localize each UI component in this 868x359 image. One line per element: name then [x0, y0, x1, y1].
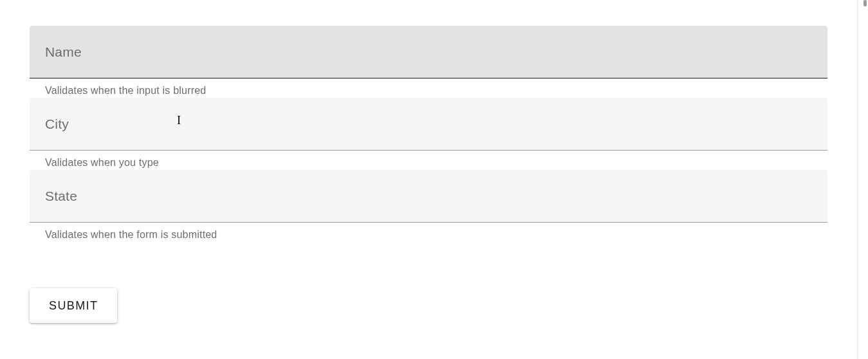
city-label: City [45, 116, 69, 132]
city-field[interactable]: City [30, 98, 827, 151]
scrollbar[interactable] [857, 0, 868, 359]
name-field[interactable]: Name [30, 26, 827, 78]
city-helper: Validates when you type [30, 151, 827, 169]
state-field-wrapper: State Validates when the form is submitt… [30, 170, 827, 241]
submit-button[interactable]: SUBMIT [30, 288, 117, 323]
form-container: Name Validates when the input is blurred… [0, 0, 857, 323]
city-field-wrapper: City Validates when you type [30, 98, 827, 169]
name-field-wrapper: Name Validates when the input is blurred [30, 26, 827, 97]
state-label: State [45, 189, 77, 204]
name-label: Name [45, 44, 82, 60]
scrollbar-thumb[interactable] [863, 0, 867, 6]
state-field[interactable]: State [30, 170, 827, 223]
name-helper: Validates when the input is blurred [30, 78, 827, 97]
state-helper: Validates when the form is submitted [30, 223, 827, 241]
